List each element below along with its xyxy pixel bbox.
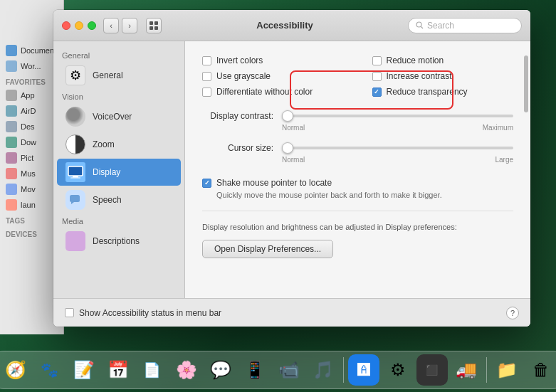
finder-pic-label: Pict [21, 154, 33, 162]
forward-button[interactable]: › [122, 18, 137, 33]
finder-aird-label: AirD [21, 107, 36, 115]
sidebar-descriptions-label: Descriptions [93, 236, 140, 246]
dock-appstore[interactable]: 🅰 [348, 354, 379, 386]
cursor-size-label: Cursor size: [202, 143, 273, 153]
finder-laun-label: laun [21, 201, 36, 209]
reduce-transparency-label: Reduce transparency [387, 87, 468, 97]
reduce-transparency-row: Reduce transparency [372, 87, 514, 97]
show-status-checkbox[interactable] [65, 308, 74, 317]
sidebar: General ⚙ General Vision VoiceOver Zoom [53, 41, 185, 298]
fullscreen-button[interactable] [88, 21, 96, 30]
nav-buttons: ‹ › [103, 18, 137, 33]
reduce-motion-checkbox[interactable] [372, 56, 382, 65]
voiceover-icon [65, 107, 85, 127]
scrollbar-thumb[interactable] [524, 55, 528, 112]
search-box[interactable]: Search [408, 18, 522, 33]
dock-safari[interactable]: 🧭 [0, 354, 31, 386]
svg-line-5 [421, 27, 424, 29]
dock-whatsapp[interactable]: 📱 [239, 354, 271, 386]
dock-separator [343, 357, 344, 383]
shake-mouse-section: Shake mouse pointer to locate Quickly mo… [202, 178, 513, 211]
reduce-motion-label: Reduce motion [387, 55, 444, 65]
grayscale-label: Use grayscale [216, 71, 271, 81]
zoom-icon [65, 134, 85, 154]
dock-trash[interactable]: 🗑 [525, 354, 557, 386]
main-content: Invert colors Use grayscale Differentiat… [185, 41, 530, 298]
traffic-lights [62, 21, 96, 30]
wor-folder-icon [6, 60, 17, 72]
movies-icon [6, 184, 17, 195]
dock-scrivener[interactable]: 📄 [137, 354, 168, 386]
dock-systemprefs[interactable]: ⚙ [382, 354, 414, 386]
documents-folder-icon [6, 45, 17, 56]
reduce-motion-row: Reduce motion [372, 55, 514, 65]
bottom-bar: Show Accessibility status in menu bar ? [53, 298, 530, 327]
grayscale-checkbox[interactable] [202, 72, 211, 81]
dock-finder[interactable]: 🐾 [34, 354, 65, 386]
finder-des-label: Des [21, 122, 35, 131]
invert-colors-checkbox[interactable] [202, 56, 211, 65]
help-button[interactable]: ? [506, 307, 519, 319]
sidebar-general-section: General [53, 48, 184, 61]
scrollbar-track[interactable] [523, 41, 529, 298]
cursor-size-track[interactable] [282, 147, 513, 149]
title-bar: ‹ › Accessibility Search [53, 10, 530, 41]
options-col1: Invert colors Use grayscale Differentiat… [202, 55, 344, 97]
sidebar-item-general[interactable]: ⚙ General [57, 62, 181, 89]
dock-terminal[interactable]: ⬛ [416, 354, 448, 386]
dialog-title: Accessibility [162, 20, 408, 31]
open-display-prefs-button[interactable]: Open Display Preferences... [202, 240, 333, 258]
dock-music[interactable]: 🎵 [308, 354, 339, 386]
dock-messages[interactable]: 💬 [205, 354, 236, 386]
grid-view-button[interactable] [146, 18, 162, 33]
shake-mouse-checkbox[interactable] [202, 179, 211, 188]
finder-dow-label: Dow [21, 138, 36, 147]
display-prefs-info: Display resolution and brightness can be… [202, 223, 513, 231]
shake-mouse-row: Shake mouse pointer to locate [202, 178, 513, 188]
sidebar-item-zoom[interactable]: Zoom [57, 131, 181, 158]
options-col2: Reduce motion Increase contrast Reduce t… [372, 55, 514, 97]
sidebar-item-display[interactable]: Display [57, 159, 181, 186]
increase-contrast-label: Increase contrast [387, 71, 452, 81]
dock-calendar[interactable]: 📅 [103, 354, 134, 386]
descriptions-icon [65, 231, 85, 251]
app-icon [6, 90, 17, 101]
reduce-transparency-checkbox[interactable] [372, 88, 382, 97]
options-grid: Invert colors Use grayscale Differentiat… [202, 55, 513, 97]
contrast-maximum-label: Maximum [483, 124, 513, 132]
shake-mouse-label: Shake mouse pointer to locate [216, 178, 332, 188]
contrast-normal-label: Normal [282, 124, 305, 132]
cursor-size-thumb[interactable] [282, 142, 293, 154]
sidebar-zoom-label: Zoom [93, 139, 115, 149]
increase-contrast-checkbox[interactable] [372, 72, 382, 81]
dock-facetime[interactable]: 📹 [273, 354, 305, 386]
sidebar-speech-label: Speech [93, 195, 122, 205]
minimize-button[interactable] [75, 21, 83, 30]
sidebar-item-voiceover[interactable]: VoiceOver [57, 103, 181, 130]
sidebar-item-speech[interactable]: Speech [57, 186, 181, 213]
desktop-icon [6, 121, 17, 132]
svg-rect-3 [154, 26, 158, 30]
differentiate-checkbox[interactable] [202, 88, 211, 97]
dock-notes[interactable]: 📝 [68, 354, 100, 386]
sidebar-item-descriptions[interactable]: Descriptions [57, 228, 181, 255]
shake-mouse-description: Quickly move the mouse pointer back and … [216, 191, 513, 199]
display-contrast-thumb[interactable] [282, 110, 293, 122]
downloads-icon [6, 137, 17, 148]
invert-colors-label: Invert colors [216, 55, 263, 65]
finder-wor-label: Wor... [21, 62, 41, 70]
dock-transmit[interactable]: 🚚 [451, 354, 482, 386]
dock-folder[interactable]: 📁 [491, 354, 523, 386]
svg-rect-2 [150, 26, 153, 30]
pictures-icon [6, 152, 17, 164]
back-button[interactable]: ‹ [103, 18, 119, 33]
display-prefs-section: Display resolution and brightness can be… [202, 223, 513, 258]
dock-photos[interactable]: 🌸 [171, 354, 202, 386]
general-icon: ⚙ [65, 65, 85, 85]
svg-rect-1 [154, 21, 158, 25]
close-button[interactable] [62, 21, 70, 30]
show-status-label: Show Accessibility status in menu bar [79, 308, 221, 318]
airdrop-icon [6, 105, 17, 117]
finder-app-label: App [21, 91, 35, 100]
display-contrast-track[interactable] [282, 115, 513, 117]
